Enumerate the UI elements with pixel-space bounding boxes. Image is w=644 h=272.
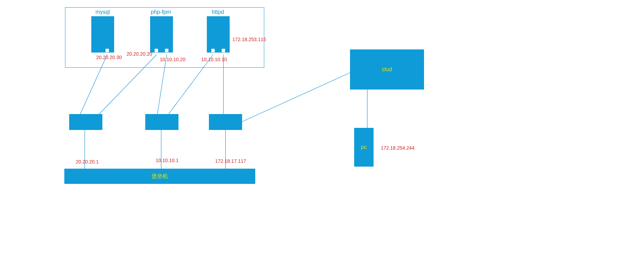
server-phpfpm-ip2: 10.10.10.20 [160, 57, 185, 62]
bastion-ip-left: 20.20.20.1 [76, 159, 99, 165]
svg-line-8 [242, 73, 350, 122]
port-phpfpm-2 [165, 48, 169, 53]
server-mysql-title: mysql [95, 9, 110, 15]
server-phpfpm-title: php-fpm [151, 9, 171, 15]
pc-box: pc [354, 128, 374, 167]
pc-ip: 172.18.254.244 [381, 145, 414, 151]
pc-label: pc [361, 144, 367, 150]
port-phpfpm-1 [154, 48, 158, 53]
server-httpd [207, 16, 230, 53]
switch-left [69, 114, 102, 130]
server-httpd-ip1: 172.18.253.115 [232, 37, 266, 42]
bastion-box: 堡垒机 [64, 169, 255, 184]
cloud-label: clud [382, 66, 392, 73]
bastion-label: 堡垒机 [151, 173, 168, 180]
bastion-ip-right: 172.18.17.117 [215, 158, 246, 164]
port-mysql-1 [105, 48, 109, 53]
port-httpd-1 [211, 48, 215, 53]
switch-right [209, 114, 242, 130]
server-mysql-ip1: 20.20.20.30 [96, 55, 122, 60]
switch-mid [145, 114, 178, 130]
cloud-box: clud [350, 49, 424, 90]
port-httpd-2 [221, 48, 226, 53]
server-phpfpm [150, 16, 173, 53]
server-httpd-ip2: 10.10.10.10 [201, 57, 227, 62]
diagram-canvas: mysql 20.20.20.30 php-fpm 20.20.20.20 10… [0, 0, 644, 272]
server-httpd-title: httpd [212, 9, 224, 15]
server-mysql [91, 16, 114, 53]
bastion-ip-mid: 10.10.10.1 [156, 158, 178, 163]
server-phpfpm-ip1: 20.20.20.20 [127, 51, 152, 57]
